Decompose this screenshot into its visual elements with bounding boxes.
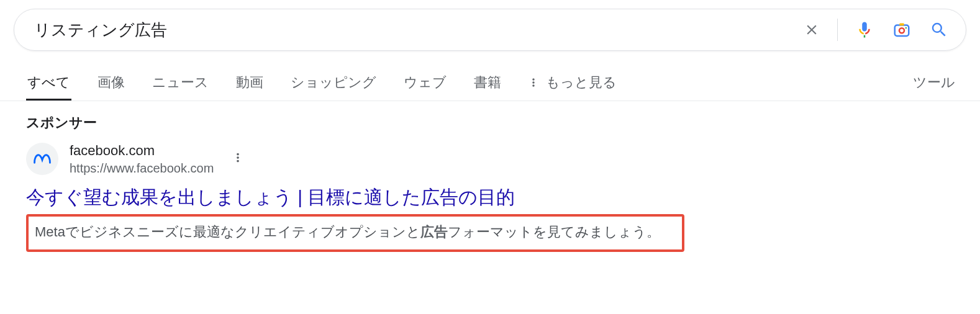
- sponsor-label: スポンサー: [26, 114, 980, 132]
- desc-bold: 広告: [420, 224, 448, 240]
- tab-news[interactable]: ニュース: [151, 73, 210, 101]
- tab-all[interactable]: すべて: [26, 73, 71, 101]
- result-header: facebook.com https://www.facebook.com: [26, 142, 980, 176]
- results-area: スポンサー facebook.com https://www.facebook.…: [0, 101, 980, 252]
- site-name: facebook.com: [70, 142, 214, 160]
- tab-more-label: もっと見る: [546, 73, 617, 92]
- voice-search-icon[interactable]: [853, 18, 876, 42]
- search-icon[interactable]: [927, 18, 951, 42]
- image-search-icon[interactable]: [890, 18, 914, 42]
- tab-web[interactable]: ウェブ: [402, 73, 448, 101]
- tab-shopping[interactable]: ショッピング: [289, 73, 378, 101]
- meta-logo-icon: [32, 149, 52, 169]
- search-bar-actions: [801, 18, 951, 42]
- more-vert-icon: [527, 76, 540, 89]
- description-highlight-box: Metaでビジネスニーズに最適なクリエイティブオプションと広告フォーマットを見て…: [26, 214, 684, 252]
- tab-videos[interactable]: 動画: [235, 73, 265, 101]
- desc-suffix: フォーマットを見てみましょう。: [448, 224, 660, 240]
- separator: [837, 19, 838, 41]
- tools-button[interactable]: ツール: [913, 73, 966, 101]
- site-favicon: [26, 143, 58, 175]
- tabs-row: すべて 画像 ニュース 動画 ショッピング ウェブ 書籍 もっと見る ツール: [0, 73, 980, 101]
- search-input[interactable]: [33, 20, 801, 40]
- tab-books[interactable]: 書籍: [473, 73, 502, 101]
- result-more-icon[interactable]: [229, 148, 247, 169]
- tab-more[interactable]: もっと見る: [527, 73, 617, 101]
- site-info[interactable]: facebook.com https://www.facebook.com: [70, 142, 214, 176]
- site-url: https://www.facebook.com: [70, 160, 214, 176]
- svg-rect-2: [899, 23, 904, 25]
- clear-icon[interactable]: [801, 19, 822, 40]
- search-bar: [14, 9, 966, 51]
- svg-point-1: [899, 28, 904, 33]
- svg-rect-0: [895, 25, 909, 37]
- tabs: すべて 画像 ニュース 動画 ショッピング ウェブ 書籍 もっと見る: [26, 73, 617, 101]
- tab-images[interactable]: 画像: [96, 73, 126, 101]
- svg-point-3: [905, 27, 907, 29]
- desc-prefix: Metaでビジネスニーズに最適なクリエイティブオプションと: [35, 224, 420, 240]
- result-title-link[interactable]: 今すぐ望む成果を出しましょう | 目標に適した広告の目的: [26, 185, 515, 210]
- result-description: Metaでビジネスニーズに最適なクリエイティブオプションと広告フォーマットを見て…: [35, 220, 676, 243]
